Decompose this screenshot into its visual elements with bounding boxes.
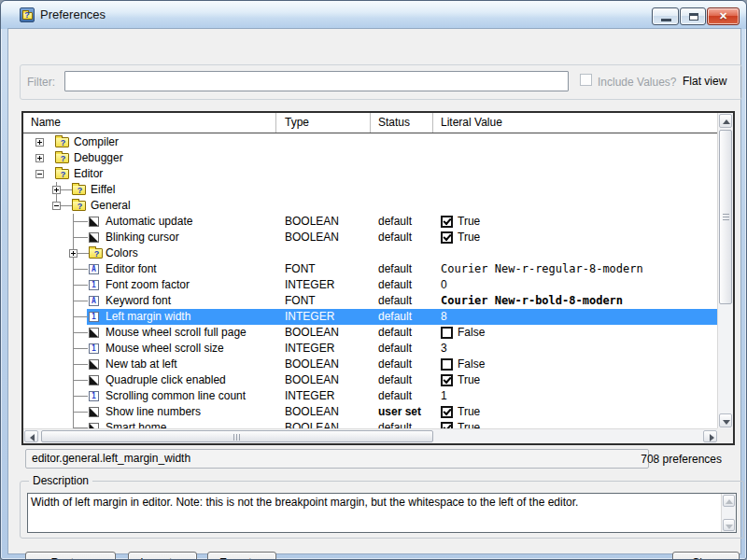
title-bar[interactable]: ? Preferences ✕ xyxy=(1,1,746,29)
boolean-pref-icon xyxy=(89,217,99,227)
tree-row[interactable]: 1Scrolling common line countINTEGERdefau… xyxy=(23,388,717,404)
tree-row[interactable]: Automatic updateBOOLEANdefaultTrue xyxy=(23,214,717,230)
folder-question-mark: ? xyxy=(58,138,68,147)
vertical-scrollbar[interactable] xyxy=(717,113,733,428)
tree-branch-line xyxy=(73,380,88,381)
collapse-toggle[interactable] xyxy=(35,170,44,178)
flat-view-toggle[interactable]: Flat view xyxy=(683,75,726,88)
tree-row[interactable]: Show line numbersBOOLEANuser setTrue xyxy=(23,404,717,420)
pref-status: default xyxy=(378,388,412,404)
folder-icon: ? xyxy=(55,169,69,179)
tree-row[interactable]: ?Compiler xyxy=(23,134,717,150)
pref-status: default xyxy=(378,357,412,372)
value-checkbox[interactable] xyxy=(441,406,453,418)
tree-row[interactable]: ?General xyxy=(23,198,717,214)
folder-icon: ? xyxy=(89,248,103,259)
tree-row[interactable]: ?Debugger xyxy=(23,150,717,166)
tree-row[interactable]: Blinking cursorBOOLEANdefaultTrue xyxy=(23,230,717,245)
pref-name: Font zoom factor xyxy=(106,277,190,293)
scroll-left-button[interactable] xyxy=(24,430,38,442)
tree-row[interactable]: ?Colors xyxy=(23,245,717,261)
minimize-button[interactable] xyxy=(652,7,679,25)
horizontal-scroll-thumb[interactable] xyxy=(41,430,433,442)
include-values-checkbox[interactable] xyxy=(580,74,592,86)
pref-status: default xyxy=(378,261,412,277)
close-button[interactable]: Close xyxy=(672,552,740,560)
value-checkbox[interactable] xyxy=(441,358,453,371)
import-button[interactable]: Import ... xyxy=(128,552,197,560)
tree-row[interactable]: AKeyword fontFONTdefaultCourier New-r-bo… xyxy=(23,293,717,309)
pref-type: BOOLEAN xyxy=(285,372,339,388)
expand-toggle[interactable] xyxy=(35,154,44,162)
folder-question-mark: ? xyxy=(58,170,68,179)
filter-label: Filter: xyxy=(27,76,55,89)
pref-name: General xyxy=(91,198,131,214)
value-checkbox[interactable] xyxy=(441,231,453,244)
scroll-up-button[interactable] xyxy=(719,114,732,128)
restore-defaults-button[interactable]: Restore Defaults xyxy=(25,552,116,560)
pref-status: default xyxy=(378,309,412,325)
folder-question-mark: ? xyxy=(75,186,85,195)
expand-toggle[interactable] xyxy=(69,249,78,258)
tree-row[interactable]: 1Font zoom factorINTEGERdefault0 xyxy=(23,277,717,293)
column-header-name[interactable]: Name xyxy=(23,113,276,133)
tree-branch-line xyxy=(73,316,88,317)
close-icon: ✕ xyxy=(708,10,739,22)
horizontal-scrollbar[interactable] xyxy=(23,428,718,443)
pref-value: 3 xyxy=(441,341,447,357)
tree-row[interactable]: ?Eiffel xyxy=(23,182,717,198)
pref-status: default xyxy=(378,341,412,357)
boolean-pref-icon xyxy=(89,359,99,370)
font-pref-icon: A xyxy=(89,296,99,306)
close-window-button[interactable]: ✕ xyxy=(707,7,740,25)
pref-name: Keyword font xyxy=(106,293,171,309)
tree-branch-line xyxy=(73,221,88,222)
tree-branch-line xyxy=(61,189,72,190)
column-header-type[interactable]: Type xyxy=(276,113,371,133)
scroll-right-button[interactable] xyxy=(703,430,717,442)
pref-name: Eiffel xyxy=(91,182,115,198)
integer-pref-icon: 1 xyxy=(89,391,99,401)
pref-value: 8 xyxy=(441,309,447,325)
description-scroll-up-button[interactable] xyxy=(723,495,735,507)
pref-name: Smart home xyxy=(106,420,166,428)
tree-row[interactable]: ?Editor xyxy=(23,166,717,182)
pref-value: 0 xyxy=(441,277,447,293)
maximize-button[interactable] xyxy=(680,7,706,25)
column-header-literal-value[interactable]: Literal Value xyxy=(433,113,717,133)
folder-icon: ? xyxy=(72,201,86,211)
value-checkbox[interactable] xyxy=(441,216,453,228)
pref-type: INTEGER xyxy=(285,277,334,293)
description-scrollbar[interactable] xyxy=(721,494,736,532)
description-scroll-down-button[interactable] xyxy=(723,519,735,531)
integer-pref-icon: 1 xyxy=(89,343,99,354)
tree-row[interactable]: AEditor fontFONTdefaultCourier New-r-reg… xyxy=(23,261,717,277)
window-title: Preferences xyxy=(40,1,106,29)
scroll-down-button[interactable] xyxy=(719,413,732,427)
value-checkbox[interactable] xyxy=(441,422,453,428)
expand-toggle[interactable] xyxy=(52,186,61,194)
tree-branch-line xyxy=(73,301,88,301)
description-textarea[interactable]: Width of left margin in editor. Note: th… xyxy=(27,493,737,533)
pref-status: default xyxy=(378,293,412,309)
column-header-status[interactable]: Status xyxy=(371,113,433,133)
expand-toggle[interactable] xyxy=(35,138,44,147)
filter-input[interactable] xyxy=(64,71,569,91)
collapse-toggle[interactable] xyxy=(52,202,61,210)
tree-row[interactable]: Smart homeBOOLEANdefaultTrue xyxy=(23,420,717,428)
pref-name: Mouse wheel scroll size xyxy=(106,341,224,357)
value-checkbox[interactable] xyxy=(441,374,453,386)
tree-row[interactable]: 1Left margin widthINTEGERdefault8 xyxy=(23,309,717,325)
vertical-scroll-thumb[interactable] xyxy=(719,130,732,304)
tree-row[interactable]: 1Mouse wheel scroll sizeINTEGERdefault3 xyxy=(23,341,717,357)
description-text: Width of left margin in editor. Note: th… xyxy=(31,496,717,509)
value-checkbox[interactable] xyxy=(441,327,453,339)
tree-row[interactable]: Quadruple click enabledBOOLEANdefaultTru… xyxy=(23,372,717,388)
pref-type: BOOLEAN xyxy=(285,325,339,341)
tree-row[interactable]: Mouse wheel scroll full pageBOOLEANdefau… xyxy=(23,325,717,341)
tree-branch-line xyxy=(73,269,88,270)
pref-value: Courier New-r-bold-8-modern xyxy=(441,293,623,309)
dialog-body: Filter: Include Values? Flat view NameTy… xyxy=(8,29,740,553)
export-button[interactable]: Export ... xyxy=(207,552,276,560)
tree-row[interactable]: New tab at leftBOOLEANdefaultFalse xyxy=(23,357,717,372)
